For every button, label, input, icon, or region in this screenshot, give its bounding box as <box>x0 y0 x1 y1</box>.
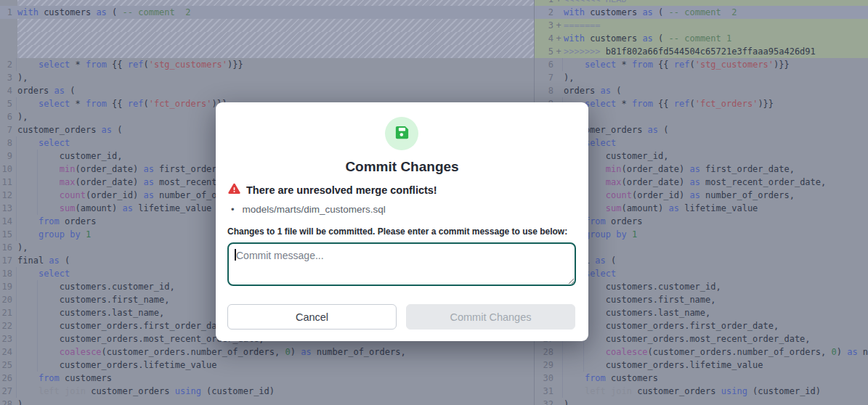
code-line: 28) <box>0 398 534 405</box>
code-text: <<<<<<< HEAD <box>564 0 868 6</box>
diff-placeholder-hatch <box>0 19 534 32</box>
code-line: 3+======= <box>535 19 868 32</box>
diff-add-marker <box>553 6 564 19</box>
line-number: 11 <box>0 176 12 189</box>
line-number: 3 <box>0 71 12 84</box>
diff-add-marker <box>12 84 17 97</box>
commit-message-input[interactable] <box>227 242 576 286</box>
code-text: orders as ( <box>564 84 868 97</box>
code-line: 2with customers as ( -- comment 2 <box>535 6 868 19</box>
code-text <box>17 19 534 32</box>
code-text: orders as ( <box>17 84 534 97</box>
cancel-button[interactable]: Cancel <box>227 304 397 330</box>
code-line: 8orders as ( <box>535 84 868 97</box>
code-text: sum(amount) as lifetime_value <box>564 202 868 215</box>
code-text: select * from {{ ref('stg_customers')}} <box>17 58 534 71</box>
line-number: 1 <box>535 0 553 6</box>
save-icon-circle <box>385 117 418 150</box>
line-number: 3 <box>535 19 553 32</box>
code-text: ======= <box>564 19 868 32</box>
code-text: customer_orders.lifetime_value <box>17 359 534 372</box>
code-text: select * from {{ ref('fct_orders')}} <box>564 97 868 110</box>
code-text: group by 1 <box>564 228 868 241</box>
line-number <box>0 19 12 32</box>
diff-add-marker <box>553 398 564 405</box>
diff-add-marker <box>12 45 17 58</box>
diff-add-marker <box>12 241 17 254</box>
line-number <box>0 0 12 6</box>
code-line: 32) <box>535 398 868 405</box>
line-number: 26 <box>0 372 12 385</box>
line-number: 4 <box>0 84 12 97</box>
diff-add-marker <box>553 71 564 84</box>
code-text: customer_orders.lifetime_value <box>564 359 868 372</box>
code-text: from orders <box>564 215 868 228</box>
line-number: 7 <box>0 123 12 136</box>
diff-add-marker <box>12 32 17 45</box>
line-number: 8 <box>0 136 12 150</box>
code-line: 2 select * from {{ ref('stg_customers')}… <box>0 58 534 71</box>
line-number: 24 <box>0 345 12 359</box>
conflicted-file-item: • models/marts/dim_customers.sql <box>231 204 386 215</box>
diff-placeholder-hatch <box>0 0 534 6</box>
save-icon <box>394 124 410 144</box>
line-number: 7 <box>535 71 553 84</box>
code-line: 28 coalesce(customer_orders.number_of_or… <box>535 345 868 359</box>
code-line: 4+with customers as ( -- comment 1 <box>535 32 868 45</box>
commit-changes-dialog: Commit Changes There are unresolved merg… <box>216 102 588 341</box>
line-number: 4 <box>535 32 553 45</box>
line-number: 5 <box>0 97 12 110</box>
code-text: left join customer_orders using (custome… <box>564 385 868 398</box>
code-line: 31 left join customer_orders using (cust… <box>535 385 868 398</box>
code-line: 4orders as ( <box>0 84 534 97</box>
diff-add-marker: + <box>553 19 564 32</box>
code-text: coalesce(customer_orders.number_of_order… <box>564 345 868 359</box>
code-text: customer_orders as ( <box>564 123 868 136</box>
code-line: 26 from customers <box>0 372 534 385</box>
line-number: 17 <box>0 254 12 267</box>
line-number: 21 <box>0 306 12 319</box>
code-text: ), <box>564 241 868 254</box>
code-text: customers.last_name, <box>564 306 868 319</box>
code-line: 30 from customers <box>535 372 868 385</box>
code-text: ) <box>17 398 534 405</box>
code-text: with customers as ( -- comment 2 <box>564 6 868 19</box>
code-text: select * from {{ ref('stg_customers')}} <box>564 58 868 71</box>
dialog-title: Commit Changes <box>216 159 588 175</box>
code-text <box>17 45 534 58</box>
line-number: 9 <box>0 150 12 163</box>
line-number: 10 <box>0 163 12 176</box>
code-text: >>>>>>> b81f802a66fd544504c65721e3ffaaa9… <box>564 45 868 58</box>
diff-placeholder-hatch <box>0 45 534 58</box>
commit-prompt-label: Changes to 1 file will be committed. Ple… <box>227 226 567 237</box>
code-text: select <box>564 267 868 280</box>
line-number: 15 <box>0 228 12 241</box>
warning-triangle-icon <box>228 183 240 197</box>
code-line: 7), <box>535 71 868 84</box>
code-line: 27 left join customer_orders using (cust… <box>0 385 534 398</box>
code-text: customers.customer_id, <box>564 280 868 293</box>
code-line: 29 customer_orders.lifetime_value <box>535 359 868 372</box>
conflicted-file-path: models/marts/dim_customers.sql <box>243 204 386 215</box>
text-caret <box>235 249 236 261</box>
diff-add-marker: + <box>553 45 564 58</box>
line-number: 30 <box>535 372 553 385</box>
diff-add-marker <box>12 123 17 136</box>
code-text: with customers as ( -- comment 2 <box>17 6 534 19</box>
code-line: 3), <box>0 71 534 84</box>
commit-changes-button[interactable]: Commit Changes <box>406 304 575 330</box>
code-text <box>17 0 534 6</box>
line-number: 31 <box>535 385 553 398</box>
code-line: 1with customers as ( -- comment 2 <box>0 6 534 19</box>
code-line: 5+>>>>>>> b81f802a66fd544504c65721e3ffaa… <box>535 45 868 58</box>
line-number: 22 <box>0 319 12 332</box>
diff-add-marker <box>12 6 17 19</box>
line-number: 2 <box>0 58 12 71</box>
code-text: customers.first_name, <box>564 293 868 306</box>
diff-placeholder-hatch <box>0 32 534 45</box>
code-text: max(order_date) as most_recent_order_dat… <box>564 176 868 189</box>
code-text: ), <box>564 110 868 123</box>
diff-add-marker <box>12 19 17 32</box>
code-text: customer_orders.most_recent_order_date, <box>564 332 868 345</box>
line-number: 13 <box>0 202 12 215</box>
